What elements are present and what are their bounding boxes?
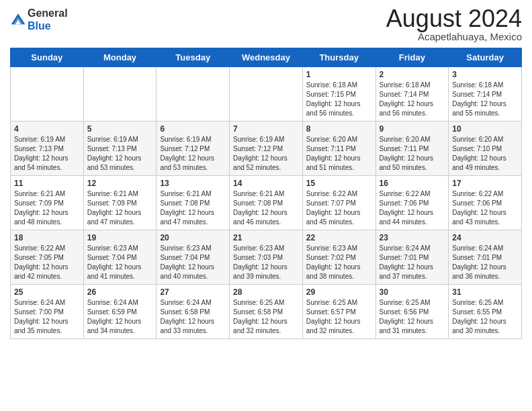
calendar-cell: 22Sunrise: 6:23 AMSunset: 7:02 PMDayligh… <box>302 230 375 285</box>
day-info: Sunrise: 6:19 AMSunset: 7:13 PMDaylight:… <box>87 135 153 173</box>
day-number: 23 <box>380 233 445 242</box>
header-monday: Monday <box>83 48 157 67</box>
calendar-cell: 1Sunrise: 6:18 AMSunset: 7:15 PMDaylight… <box>302 67 375 122</box>
day-info: Sunrise: 6:22 AMSunset: 7:06 PMDaylight:… <box>452 189 518 227</box>
day-number: 28 <box>233 287 299 297</box>
calendar-cell: 31Sunrise: 6:25 AMSunset: 6:55 PMDayligh… <box>449 285 522 339</box>
day-info: Sunrise: 6:23 AMSunset: 7:02 PMDaylight:… <box>306 244 372 281</box>
logo-blue: Blue <box>28 19 68 32</box>
calendar-header: Sunday Monday Tuesday Wednesday Thursday… <box>11 48 522 67</box>
day-number: 30 <box>380 287 445 297</box>
day-number: 11 <box>14 179 80 188</box>
header-thursday: Thursday <box>302 48 375 67</box>
calendar-cell: 6Sunrise: 6:19 AMSunset: 7:12 PMDaylight… <box>157 122 230 176</box>
calendar-cell: 27Sunrise: 6:24 AMSunset: 6:58 PMDayligh… <box>157 285 230 339</box>
day-info: Sunrise: 6:24 AMSunset: 6:59 PMDaylight:… <box>87 298 153 336</box>
calendar-cell: 9Sunrise: 6:20 AMSunset: 7:11 PMDaylight… <box>375 122 449 176</box>
day-info: Sunrise: 6:24 AMSunset: 7:01 PMDaylight:… <box>380 244 445 281</box>
calendar-cell: 8Sunrise: 6:20 AMSunset: 7:11 PMDaylight… <box>302 122 375 176</box>
day-number: 14 <box>233 179 299 188</box>
day-info: Sunrise: 6:24 AMSunset: 6:58 PMDaylight:… <box>160 298 226 336</box>
day-number: 9 <box>380 124 445 134</box>
day-number: 13 <box>160 179 226 188</box>
calendar-week-1: 1Sunrise: 6:18 AMSunset: 7:15 PMDaylight… <box>11 67 522 122</box>
calendar-cell: 20Sunrise: 6:23 AMSunset: 7:04 PMDayligh… <box>157 230 230 285</box>
day-info: Sunrise: 6:19 AMSunset: 7:12 PMDaylight:… <box>160 135 226 173</box>
calendar-cell: 25Sunrise: 6:24 AMSunset: 7:00 PMDayligh… <box>11 285 84 339</box>
calendar-cell: 12Sunrise: 6:21 AMSunset: 7:09 PMDayligh… <box>83 176 157 230</box>
calendar-cell: 28Sunrise: 6:25 AMSunset: 6:58 PMDayligh… <box>230 285 303 339</box>
day-number: 17 <box>452 179 518 188</box>
day-number: 8 <box>306 124 372 134</box>
calendar-cell: 23Sunrise: 6:24 AMSunset: 7:01 PMDayligh… <box>375 230 449 285</box>
calendar-cell <box>11 67 84 122</box>
page-container: General Blue August 2024 Acapetlahuaya, … <box>0 0 532 346</box>
header-sunday: Sunday <box>11 48 84 67</box>
calendar-cell: 3Sunrise: 6:18 AMSunset: 7:14 PMDaylight… <box>449 67 522 122</box>
calendar-week-5: 25Sunrise: 6:24 AMSunset: 7:00 PMDayligh… <box>11 285 522 339</box>
header: General Blue August 2024 Acapetlahuaya, … <box>10 7 522 42</box>
calendar-cell: 29Sunrise: 6:25 AMSunset: 6:57 PMDayligh… <box>302 285 375 339</box>
day-info: Sunrise: 6:23 AMSunset: 7:04 PMDaylight:… <box>160 244 226 281</box>
day-number: 22 <box>306 233 372 242</box>
day-info: Sunrise: 6:18 AMSunset: 7:14 PMDaylight:… <box>380 81 445 118</box>
calendar-cell: 15Sunrise: 6:22 AMSunset: 7:07 PMDayligh… <box>302 176 375 230</box>
day-number: 21 <box>233 233 299 242</box>
day-info: Sunrise: 6:25 AMSunset: 6:58 PMDaylight:… <box>233 298 299 336</box>
calendar-week-4: 18Sunrise: 6:22 AMSunset: 7:05 PMDayligh… <box>11 230 522 285</box>
day-info: Sunrise: 6:18 AMSunset: 7:14 PMDaylight:… <box>452 81 518 118</box>
day-info: Sunrise: 6:24 AMSunset: 7:01 PMDaylight:… <box>452 244 518 281</box>
day-number: 19 <box>87 233 153 242</box>
calendar-cell <box>230 67 303 122</box>
day-info: Sunrise: 6:22 AMSunset: 7:07 PMDaylight:… <box>306 189 372 227</box>
calendar-cell: 21Sunrise: 6:23 AMSunset: 7:03 PMDayligh… <box>230 230 303 285</box>
calendar-cell: 5Sunrise: 6:19 AMSunset: 7:13 PMDaylight… <box>83 122 157 176</box>
header-wednesday: Wednesday <box>230 48 303 67</box>
day-info: Sunrise: 6:21 AMSunset: 7:09 PMDaylight:… <box>87 189 153 227</box>
calendar-week-2: 4Sunrise: 6:19 AMSunset: 7:13 PMDaylight… <box>11 122 522 176</box>
header-tuesday: Tuesday <box>157 48 230 67</box>
day-number: 27 <box>160 287 226 297</box>
calendar-cell: 11Sunrise: 6:21 AMSunset: 7:09 PMDayligh… <box>11 176 84 230</box>
day-number: 2 <box>380 70 445 79</box>
day-number: 29 <box>306 287 372 297</box>
calendar-cell: 24Sunrise: 6:24 AMSunset: 7:01 PMDayligh… <box>449 230 522 285</box>
calendar-cell: 10Sunrise: 6:20 AMSunset: 7:10 PMDayligh… <box>449 122 522 176</box>
logo-icon <box>10 11 26 28</box>
day-number: 16 <box>380 179 445 188</box>
day-info: Sunrise: 6:19 AMSunset: 7:13 PMDaylight:… <box>14 135 80 173</box>
calendar-cell: 26Sunrise: 6:24 AMSunset: 6:59 PMDayligh… <box>83 285 157 339</box>
day-number: 7 <box>233 124 299 134</box>
calendar-cell: 19Sunrise: 6:23 AMSunset: 7:04 PMDayligh… <box>83 230 157 285</box>
calendar-cell: 16Sunrise: 6:22 AMSunset: 7:06 PMDayligh… <box>375 176 449 230</box>
day-info: Sunrise: 6:21 AMSunset: 7:08 PMDaylight:… <box>160 189 226 227</box>
calendar-table: Sunday Monday Tuesday Wednesday Thursday… <box>10 48 522 339</box>
calendar-body: 1Sunrise: 6:18 AMSunset: 7:15 PMDaylight… <box>11 67 522 339</box>
day-info: Sunrise: 6:21 AMSunset: 7:09 PMDaylight:… <box>14 189 80 227</box>
day-number: 20 <box>160 233 226 242</box>
calendar-week-3: 11Sunrise: 6:21 AMSunset: 7:09 PMDayligh… <box>11 176 522 230</box>
day-info: Sunrise: 6:20 AMSunset: 7:10 PMDaylight:… <box>452 135 518 173</box>
month-year-title: August 2024 <box>386 7 522 31</box>
day-number: 6 <box>160 124 226 134</box>
day-info: Sunrise: 6:19 AMSunset: 7:12 PMDaylight:… <box>233 135 299 173</box>
calendar-cell: 2Sunrise: 6:18 AMSunset: 7:14 PMDaylight… <box>375 67 449 122</box>
logo-general: General <box>28 7 68 19</box>
calendar-cell: 13Sunrise: 6:21 AMSunset: 7:08 PMDayligh… <box>157 176 230 230</box>
day-number: 15 <box>306 179 372 188</box>
calendar-cell <box>157 67 230 122</box>
day-number: 1 <box>306 70 372 79</box>
day-info: Sunrise: 6:24 AMSunset: 7:00 PMDaylight:… <box>14 298 80 336</box>
header-row: Sunday Monday Tuesday Wednesday Thursday… <box>11 48 522 67</box>
day-number: 4 <box>14 124 80 134</box>
day-number: 25 <box>14 287 80 297</box>
day-number: 3 <box>452 70 518 79</box>
title-block: August 2024 Acapetlahuaya, Mexico <box>386 7 522 42</box>
calendar-cell: 18Sunrise: 6:22 AMSunset: 7:05 PMDayligh… <box>11 230 84 285</box>
day-info: Sunrise: 6:23 AMSunset: 7:04 PMDaylight:… <box>87 244 153 281</box>
day-info: Sunrise: 6:20 AMSunset: 7:11 PMDaylight:… <box>306 135 372 173</box>
day-info: Sunrise: 6:23 AMSunset: 7:03 PMDaylight:… <box>233 244 299 281</box>
logo: General Blue <box>10 7 68 32</box>
day-info: Sunrise: 6:21 AMSunset: 7:08 PMDaylight:… <box>233 189 299 227</box>
calendar-cell <box>83 67 157 122</box>
